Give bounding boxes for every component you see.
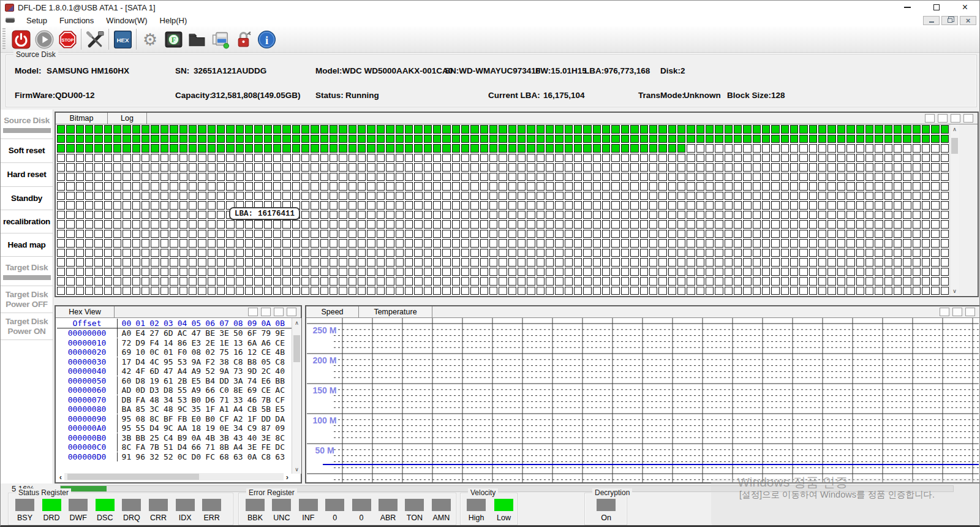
- hex-byte[interactable]: 01: [161, 347, 175, 357]
- hex-byte[interactable]: 9C: [175, 404, 189, 414]
- hex-byte[interactable]: 95: [119, 423, 134, 433]
- hex-byte[interactable]: 0A: [245, 452, 259, 461]
- hex-byte[interactable]: 86: [175, 338, 189, 347]
- start-button[interactable]: [32, 28, 56, 51]
- hex-byte[interactable]: A0: [119, 328, 134, 338]
- hex-byte[interactable]: B8: [245, 357, 259, 366]
- hex-byte[interactable]: D4: [175, 442, 189, 452]
- hex-byte[interactable]: 9C: [161, 423, 175, 433]
- hex-byte[interactable]: 05: [259, 357, 273, 366]
- hex-byte[interactable]: 38: [217, 357, 232, 366]
- bitmap-vertical-scrollbar[interactable]: ∧ ∨: [949, 124, 959, 295]
- pane-box-icon[interactable]: [965, 308, 975, 316]
- hex-byte[interactable]: CF: [273, 395, 287, 404]
- hex-byte[interactable]: D4: [134, 357, 148, 366]
- hex-offset[interactable]: 00000030: [57, 357, 117, 366]
- scrollbar-thumb[interactable]: [67, 474, 199, 480]
- hex-byte[interactable]: 6A: [245, 338, 259, 347]
- hex-offset[interactable]: 00000010: [57, 338, 117, 347]
- hex-byte[interactable]: 63: [273, 452, 287, 461]
- hex-byte[interactable]: CE: [259, 385, 273, 395]
- hex-byte[interactable]: 4B: [203, 433, 217, 442]
- hex-byte[interactable]: 1F: [245, 414, 259, 423]
- hex-byte[interactable]: B9: [175, 433, 189, 442]
- hex-byte[interactable]: 69: [245, 385, 259, 395]
- stop-button[interactable]: STOP: [56, 28, 79, 51]
- hex-byte[interactable]: 71: [217, 395, 232, 404]
- pane-box-icon[interactable]: [287, 308, 296, 316]
- sidebar-item-hard-reset[interactable]: Hard reset: [1, 163, 53, 187]
- hex-byte[interactable]: D4: [148, 423, 162, 433]
- minimize-button[interactable]: [893, 1, 922, 14]
- hex-byte[interactable]: E5: [189, 376, 203, 385]
- hex-byte[interactable]: A4: [231, 404, 245, 414]
- hex-byte[interactable]: C9: [245, 423, 259, 433]
- hex-byte[interactable]: A4: [231, 442, 245, 452]
- hex-byte[interactable]: AD: [119, 385, 134, 395]
- hex-byte[interactable]: 47: [189, 328, 203, 338]
- hex-byte[interactable]: E0: [189, 414, 203, 423]
- menu-item-window-w-[interactable]: Window(W): [100, 14, 153, 26]
- hex-byte[interactable]: 17: [119, 357, 134, 366]
- hex-byte[interactable]: AC: [175, 328, 189, 338]
- hex-byte[interactable]: C8: [259, 452, 273, 461]
- hex-byte[interactable]: 43: [231, 433, 245, 442]
- scroll-left-icon[interactable]: ‹: [57, 472, 64, 482]
- hex-byte[interactable]: 95: [161, 357, 175, 366]
- hex-byte[interactable]: A9: [189, 385, 203, 395]
- hex-byte[interactable]: 96: [134, 452, 148, 461]
- mdi-restore-button[interactable]: [941, 16, 958, 25]
- scroll-up-icon[interactable]: ∧: [292, 319, 301, 327]
- hex-byte[interactable]: 91: [119, 452, 134, 461]
- hex-byte[interactable]: 87: [259, 423, 273, 433]
- hex-byte[interactable]: 3C: [148, 404, 162, 414]
- hex-byte[interactable]: 50: [231, 328, 245, 338]
- pane-box-icon[interactable]: [248, 308, 258, 316]
- hex-byte[interactable]: BF: [161, 414, 175, 423]
- hex-byte[interactable]: 75: [217, 347, 232, 357]
- hex-byte[interactable]: E5: [273, 404, 287, 414]
- hex-byte[interactable]: 52: [161, 452, 175, 461]
- hex-byte[interactable]: 18: [189, 423, 203, 433]
- hex-byte[interactable]: 0C: [175, 452, 189, 461]
- tab-log[interactable]: Log: [108, 113, 147, 124]
- hex-byte[interactable]: 63: [231, 452, 245, 461]
- hex-offset[interactable]: 00000000: [57, 328, 117, 338]
- hex-byte[interactable]: FE: [259, 442, 273, 452]
- hex-byte[interactable]: 19: [203, 423, 217, 433]
- pane-box-icon[interactable]: [952, 308, 962, 316]
- hex-byte[interactable]: B4: [203, 376, 217, 385]
- hex-byte[interactable]: 3E: [259, 433, 273, 442]
- tools-button[interactable]: [83, 28, 107, 51]
- hex-byte[interactable]: DB: [119, 395, 134, 404]
- hex-byte[interactable]: C8: [273, 357, 287, 366]
- hex-editor-button[interactable]: HEX: [111, 28, 134, 51]
- hex-byte[interactable]: BE: [203, 328, 217, 338]
- hex-byte[interactable]: 2B: [175, 376, 189, 385]
- hex-byte[interactable]: 4B: [273, 347, 287, 357]
- hex-byte[interactable]: CE: [273, 338, 287, 347]
- hex-byte[interactable]: 2C: [259, 366, 273, 376]
- scroll-down-icon[interactable]: ∨: [950, 287, 959, 295]
- hex-byte[interactable]: 95: [119, 414, 134, 423]
- pane-box-icon[interactable]: [940, 308, 949, 316]
- hex-byte[interactable]: BB: [134, 433, 148, 442]
- program-button[interactable]: F: [162, 28, 185, 51]
- pane-box-icon[interactable]: [261, 308, 271, 316]
- hex-byte[interactable]: CF: [217, 414, 232, 423]
- pane-box-icon[interactable]: [274, 308, 284, 316]
- hex-byte[interactable]: C0: [217, 385, 232, 395]
- hex-vertical-scrollbar[interactable]: ∧ ∨: [292, 318, 301, 474]
- hex-byte[interactable]: C8: [231, 357, 245, 366]
- hex-byte[interactable]: 55: [134, 423, 148, 433]
- hex-byte[interactable]: 51: [161, 442, 175, 452]
- hex-byte[interactable]: 74: [245, 376, 259, 385]
- hex-byte[interactable]: 46: [245, 395, 259, 404]
- hex-byte[interactable]: 40: [273, 366, 287, 376]
- hex-offset[interactable]: 00000070: [57, 395, 117, 404]
- hex-byte[interactable]: D0: [189, 452, 203, 461]
- hex-byte[interactable]: C4: [161, 433, 175, 442]
- hex-byte[interactable]: 09: [273, 423, 287, 433]
- hex-offset[interactable]: 00000040: [57, 366, 117, 376]
- hex-offset[interactable]: 000000A0: [57, 423, 117, 433]
